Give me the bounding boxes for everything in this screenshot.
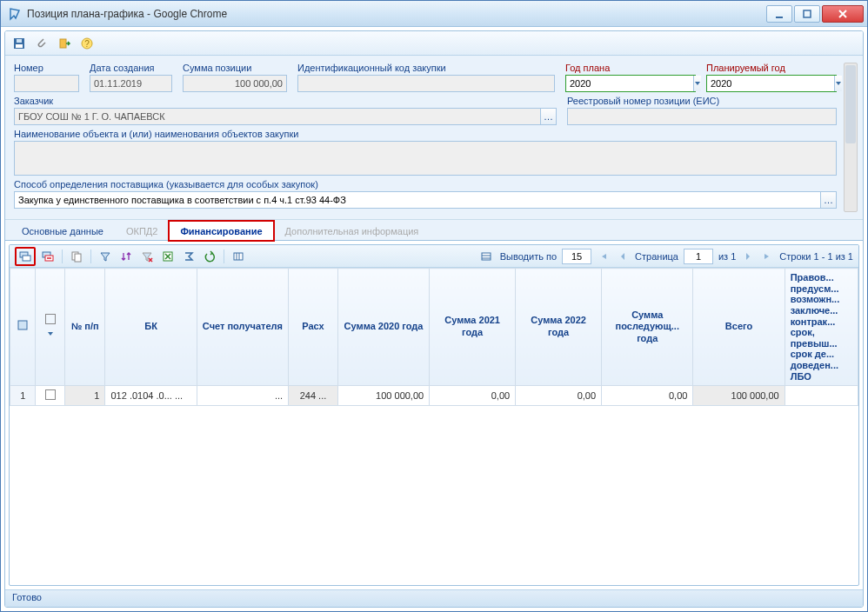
delete-row-icon[interactable] [39,248,57,265]
sum-icon[interactable] [180,248,197,265]
first-page-icon[interactable] [597,249,611,263]
cell-bk: 012 .0104 .0... ... [105,386,197,406]
cell-legal [785,386,858,406]
grid-panel: 2 Выводить по Страница из 1 Строки 1 - 1… [9,244,859,586]
date-created-label: Дата создания [90,63,172,73]
svg-rect-17 [18,321,27,329]
svg-rect-16 [482,253,491,260]
window-controls [765,5,864,23]
tab-okpd2[interactable]: ОКПД2 [115,221,169,241]
grid-table-wrap[interactable]: № п/п БК Счет получателя Расх Сумма 2020… [10,268,858,585]
planned-year-value[interactable] [707,76,834,91]
col-select-all[interactable] [36,269,65,386]
grid-toolbar: 2 Выводить по Страница из 1 Строки 1 - 1… [10,245,858,268]
nomer-input[interactable] [14,75,79,92]
maximize-button[interactable] [794,5,820,23]
col-rash[interactable]: Расх [289,269,338,386]
sum-position-label: Сумма позиции [183,63,287,73]
close-button[interactable] [822,5,864,23]
chevron-down-icon[interactable] [834,76,842,91]
page-input[interactable] [684,249,713,264]
table-row[interactable]: 1 1 012 .0104 .0... ... ... 244 ... 100 … [10,386,858,406]
refresh-icon[interactable] [201,248,218,265]
output-by-input[interactable] [562,249,591,264]
col-sum2020[interactable]: Сумма 2020 года [337,269,429,386]
supplier-method-label: Способ определения поставщика (указывает… [14,179,837,190]
planned-year-label: Планируемый год [706,63,837,73]
year-plan-value[interactable] [566,76,693,91]
tab-main-data[interactable]: Основные данные [10,221,115,241]
prev-page-icon[interactable] [616,249,630,263]
col-npp[interactable]: № п/п [65,269,105,386]
status-bar: Готово [5,589,863,607]
excel-export-icon[interactable] [159,248,177,265]
planned-year-combo[interactable] [706,75,837,92]
cell-select[interactable] [36,386,65,406]
svg-rect-9 [23,256,30,261]
help-icon[interactable]: ? [78,35,96,52]
last-page-icon[interactable] [760,249,774,263]
form-area: Номер Дата создания Сумма позиции Иденти… [5,56,863,220]
ident-code-label: Идентификационный код закупки [297,63,555,73]
form-scrollbar[interactable] [844,63,858,212]
window-title: Позиция плана-графика - Google Chrome [27,8,765,20]
col-sum2022[interactable]: Сумма 2022 года [516,269,602,386]
status-text: Готово [12,592,42,602]
supplier-method-input[interactable] [14,191,821,209]
sum-position-input[interactable] [183,75,287,92]
grid-header-row: № п/п БК Счет получателя Расх Сумма 2020… [10,269,858,386]
object-name-textarea[interactable] [14,141,837,176]
year-plan-label: Год плана [565,63,696,73]
customer-label: Заказчик [14,96,557,106]
cell-npp: 1 [65,386,105,406]
cell-sum-next: 0,00 [602,386,693,406]
col-sum-next[interactable]: Сумма последующ... года [602,269,693,386]
minimize-button[interactable] [766,5,792,23]
attach-icon[interactable] [33,35,50,52]
col-total[interactable]: Всего [693,269,785,386]
col-legal[interactable]: Правов... предусм... возможн... заключе.… [785,269,858,386]
tabs: Основные данные ОКПД2 Финансирование Доп… [5,220,863,241]
output-by-label: Выводить по [500,251,557,262]
svg-text:?: ? [84,39,90,49]
page-of-label: из 1 [718,251,736,262]
export-icon[interactable] [56,35,73,52]
rows-info: Строки 1 - 1 из 1 [779,251,853,262]
svg-rect-5 [60,39,66,48]
page-label: Страница [635,251,678,262]
cell-rash: 244 ... [289,386,338,406]
cell-rownum: 1 [10,386,36,406]
cell-sum2021: 0,00 [430,386,516,406]
date-created-input[interactable] [90,75,172,92]
copy-icon[interactable] [68,248,85,265]
svg-rect-3 [16,44,23,48]
chevron-down-icon[interactable] [693,76,701,91]
registry-input[interactable] [567,108,837,125]
app-window: Позиция плана-графика - Google Chrome ? … [0,0,868,612]
clear-filter-icon[interactable] [138,248,156,265]
filter-icon[interactable] [97,248,114,265]
tab-financing[interactable]: Финансирование [169,221,273,241]
col-bk[interactable]: БК [105,269,197,386]
year-plan-combo[interactable] [565,75,696,92]
col-account[interactable]: Счет получателя [197,269,288,386]
col-sum2021[interactable]: Сумма 2021 года [430,269,516,386]
add-row-icon[interactable] [15,247,36,266]
svg-rect-1 [804,10,811,17]
save-icon[interactable] [10,35,28,52]
svg-rect-15 [234,253,243,260]
cell-sum2020: 100 000,00 [337,386,429,406]
ident-code-input[interactable] [297,75,555,92]
col-settings-icon[interactable] [10,269,36,386]
svg-rect-13 [75,254,81,262]
grid-view-icon[interactable] [477,248,495,265]
supplier-method-lookup-button[interactable]: … [821,191,837,209]
sort-icon[interactable] [117,248,135,265]
customer-input[interactable] [14,108,541,125]
next-page-icon[interactable] [741,249,755,263]
columns-icon[interactable] [230,248,247,265]
cell-total: 100 000,00 [693,386,785,406]
tab-additional[interactable]: Дополнительная информация [274,221,431,241]
grid-table: № п/п БК Счет получателя Расх Сумма 2020… [10,268,858,406]
customer-lookup-button[interactable]: … [541,108,557,125]
